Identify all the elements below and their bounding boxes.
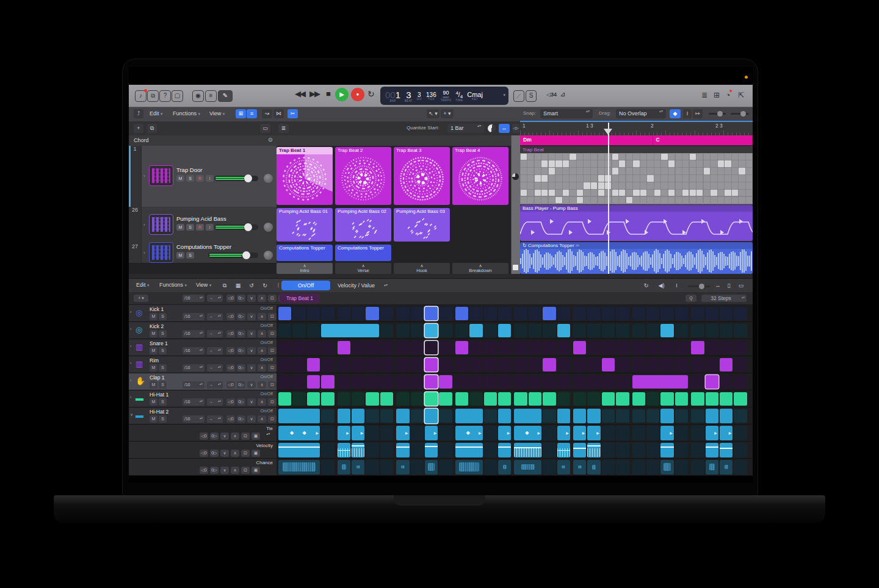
edit-mode-onoff-button[interactable]: On/Off <box>281 281 330 290</box>
window-icon[interactable]: ⊞ <box>714 91 720 99</box>
live-loop-cell[interactable]: Computations Topper <box>335 245 391 261</box>
step-cell-on[interactable] <box>455 392 468 406</box>
step-cell-off[interactable] <box>498 341 511 354</box>
step-cell-on[interactable] <box>616 392 629 406</box>
step-cell-off[interactable] <box>543 409 555 423</box>
editors-pencil-icon[interactable]: ✎ <box>218 90 233 102</box>
step-cell-off[interactable] <box>278 375 291 389</box>
substep-cell-off[interactable] <box>321 460 334 475</box>
step-cell-on[interactable] <box>706 409 718 423</box>
pan-knob[interactable] <box>264 251 273 260</box>
step-cell-off[interactable] <box>352 392 364 406</box>
chance-cell[interactable] <box>514 460 541 475</box>
step-cell-on[interactable] <box>632 375 689 389</box>
scene-trigger[interactable]: ∧Verse <box>335 263 391 274</box>
catch-playhead-button[interactable]: ↔ <box>499 124 510 133</box>
step-cell-off[interactable] <box>380 324 393 337</box>
step-cell-off[interactable] <box>321 358 334 371</box>
lcd-key-chevron-icon[interactable]: ▾ <box>503 93 505 98</box>
trap-beat-region[interactable]: Trap Beat <box>520 146 753 204</box>
substep-cell-off[interactable] <box>691 443 704 457</box>
step-cell-on[interactable] <box>307 358 320 371</box>
step-cell-on[interactable] <box>352 409 364 423</box>
substep-cell-off[interactable] <box>484 426 497 440</box>
step-cell-off[interactable] <box>396 358 409 371</box>
step-cell-off[interactable] <box>691 375 704 389</box>
step-cell-off[interactable] <box>380 341 393 354</box>
step-cell-off[interactable] <box>616 375 629 389</box>
automation-button[interactable]: ↝ <box>262 109 272 118</box>
substep-cell-off[interactable] <box>543 426 555 440</box>
step-cell-off[interactable] <box>469 392 482 406</box>
step-cell-off[interactable] <box>543 324 555 337</box>
chord-region[interactable]: Dm <box>520 135 653 145</box>
step-cell-off[interactable] <box>425 341 438 354</box>
live-loop-cell[interactable]: Trap Beat 3 <box>394 147 450 205</box>
disclosure-arrow-icon[interactable]: › <box>143 250 145 256</box>
substep-cell-off[interactable] <box>691 426 704 440</box>
solo-mode-button[interactable]: S <box>526 90 537 102</box>
step-cell-off[interactable] <box>573 375 586 389</box>
step-cell-on[interactable] <box>425 358 438 371</box>
step-cell-off[interactable] <box>292 324 305 337</box>
step-cell-off[interactable] <box>366 409 378 423</box>
substep-cell-off[interactable] <box>675 443 688 457</box>
vzoom-handle[interactable] <box>717 111 723 117</box>
step-cell-on[interactable] <box>602 358 615 371</box>
step-cell-off[interactable] <box>498 358 511 371</box>
step-cell-on[interactable] <box>439 375 452 389</box>
add-track-button[interactable]: + <box>134 124 143 133</box>
tie-cell[interactable]: ▶ <box>338 426 350 440</box>
step-cell-off[interactable] <box>675 341 688 354</box>
pan-knob[interactable] <box>264 223 273 232</box>
step-cell-off[interactable] <box>484 324 497 337</box>
step-cell-on[interactable] <box>543 307 555 320</box>
disclosure-arrow-icon[interactable]: › <box>143 173 145 179</box>
step-cell-on[interactable] <box>439 392 452 406</box>
step-cell-off[interactable] <box>616 358 629 371</box>
step-cell-off[interactable] <box>734 341 747 354</box>
step-cell-on[interactable] <box>455 341 468 354</box>
step-cell-off[interactable] <box>720 375 733 389</box>
substep-cell-off[interactable] <box>734 460 747 475</box>
tie-cell[interactable]: ◆▶ <box>455 426 483 440</box>
step-cell-off[interactable] <box>660 307 673 320</box>
step-cell-off[interactable] <box>632 358 645 371</box>
chance-cell[interactable] <box>498 460 511 475</box>
substep-cell-off[interactable] <box>380 426 393 440</box>
chance-cell[interactable] <box>587 460 600 475</box>
step-cell-on[interactable] <box>691 341 704 354</box>
step-cell-off[interactable] <box>396 392 409 406</box>
step-cell-off[interactable] <box>366 341 378 354</box>
live-loop-cell[interactable]: Pumping Acid Bass 02 <box>335 208 391 242</box>
live-loop-cell[interactable]: Trap Beat 2 <box>335 147 391 205</box>
seq-menu-edit[interactable]: Edit ▾ <box>136 282 150 288</box>
step-cell-on[interactable] <box>425 324 438 337</box>
step-cell-off[interactable] <box>675 324 688 337</box>
display-icon[interactable]: ▢ <box>172 90 183 102</box>
step-cell-off[interactable] <box>380 375 393 389</box>
inspector-icon[interactable]: ⧉ <box>147 90 159 102</box>
seq-menu-view[interactable]: View ▾ <box>196 282 211 288</box>
step-cell-on[interactable] <box>720 409 733 423</box>
substep-cell-off[interactable] <box>602 460 615 475</box>
step-cell-off[interactable] <box>439 358 452 371</box>
tie-cell[interactable]: ▶ <box>352 426 364 440</box>
velocity-cell[interactable] <box>660 443 673 457</box>
step-cell-off[interactable] <box>352 375 364 389</box>
cycle-button[interactable]: ↻ <box>367 89 375 99</box>
step-cell-off[interactable] <box>278 324 291 337</box>
header-nudge-left-button[interactable]: ◁0 <box>226 295 235 302</box>
step-cell-off[interactable] <box>292 341 305 354</box>
step-cell-off[interactable] <box>706 341 718 354</box>
step-cell-off[interactable] <box>529 324 541 337</box>
velocity-cell[interactable] <box>557 443 570 457</box>
step-cell-off[interactable] <box>455 324 468 337</box>
substep-cell-off[interactable] <box>632 460 645 475</box>
step-cell-on[interactable] <box>307 375 320 389</box>
step-cell-off[interactable] <box>396 375 409 389</box>
stop-button[interactable]: ■ <box>326 89 331 98</box>
step-cell-off[interactable] <box>587 375 600 389</box>
step-cell-off[interactable] <box>292 375 305 389</box>
chance-cell[interactable] <box>660 460 673 475</box>
